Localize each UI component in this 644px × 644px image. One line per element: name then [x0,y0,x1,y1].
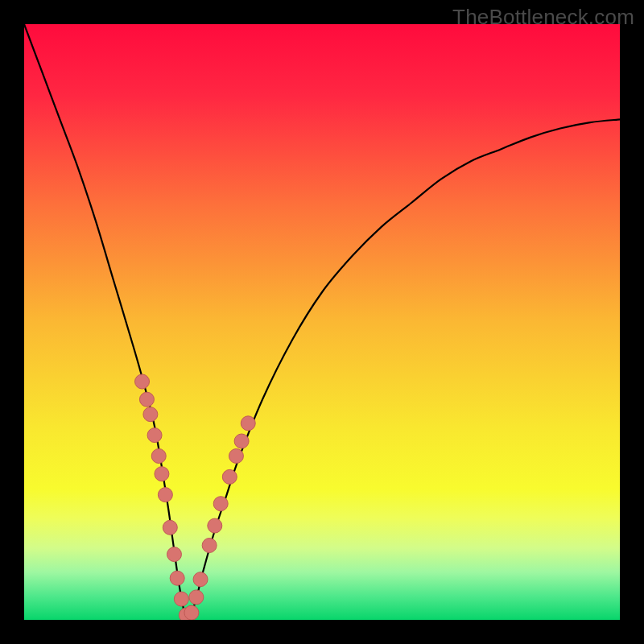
marker-dot [155,467,169,481]
marker-dot [193,572,208,587]
marker-dot [151,449,166,464]
curve-overlay [24,24,620,620]
marker-dot [135,374,150,389]
chart-stage: TheBottleneck.com [0,0,644,644]
marker-dot [208,518,222,533]
marker-dot [170,571,184,585]
marker-dot [189,590,204,605]
marker-dot [229,449,243,464]
marker-dot [139,392,154,407]
marker-dot [241,416,255,431]
highlight-markers [135,374,256,620]
marker-dot [167,547,181,562]
marker-dot [143,407,158,422]
marker-dot [163,520,177,535]
watermark-text: TheBottleneck.com [452,5,634,30]
marker-dot [202,539,217,553]
marker-dot [158,488,172,502]
marker-dot [184,605,199,620]
marker-dot [234,434,249,448]
plot-area [24,24,620,620]
marker-dot [174,592,188,606]
marker-dot [213,497,228,511]
bottleneck-curve [24,24,620,617]
marker-dot [147,428,162,443]
marker-dot [222,469,237,484]
